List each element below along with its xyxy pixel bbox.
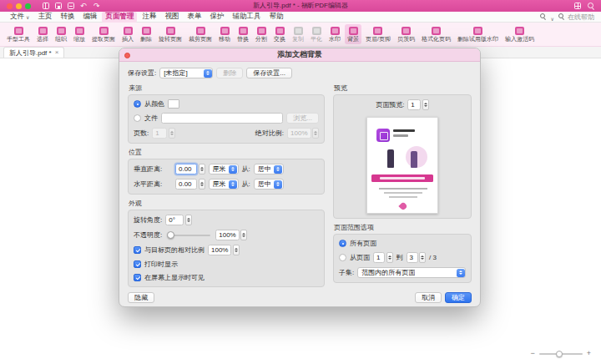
vertical-distance-value[interactable]: 0.00 [175, 164, 197, 174]
stepper-arrows-icon[interactable] [199, 179, 205, 190]
tool-label: 分割 [255, 36, 267, 42]
from-file-radio[interactable] [134, 114, 141, 122]
menu-item[interactable]: 辅助工具 [229, 12, 264, 23]
menu-item[interactable]: 保护 [206, 12, 227, 23]
preview-group: 页面预览: 1 [333, 94, 472, 219]
menu-item[interactable]: 编辑 [79, 12, 100, 23]
stepper-arrows-icon[interactable] [233, 245, 240, 255]
ribbon-tool[interactable]: 插入 [119, 24, 136, 44]
window-close-button[interactable] [7, 3, 13, 9]
tab-close-icon[interactable]: × [55, 49, 59, 56]
save-setting-button[interactable]: 保存设置... [246, 68, 292, 78]
undo-icon[interactable] [80, 3, 88, 9]
ribbon-tool[interactable]: 输入激活码 [503, 24, 537, 44]
stepper-arrows-icon[interactable] [422, 99, 429, 110]
ribbon-tool[interactable]: 删除 [138, 24, 154, 44]
menu-item[interactable]: 表单 [184, 12, 205, 23]
relative-scale-value[interactable]: 100% [208, 245, 231, 255]
ribbon-tool[interactable]: 删除试用版水印 [455, 24, 501, 44]
hide-button[interactable]: 隐藏 [128, 292, 154, 303]
horizontal-distance-stepper[interactable]: 0.00 [175, 179, 205, 190]
stepper-arrows-icon[interactable] [199, 164, 205, 174]
preview-page-stepper[interactable]: 1 [407, 99, 429, 110]
ribbon-tool[interactable]: 选择 [34, 24, 51, 44]
horizontal-from-select[interactable]: 居中 [254, 179, 284, 190]
ribbon-tool[interactable]: 复制 [290, 24, 306, 44]
redo-icon[interactable] [93, 3, 101, 9]
subset-select[interactable]: 范围内的所有页面 [357, 267, 466, 278]
range-to-stepper[interactable]: 3 [407, 252, 427, 263]
ribbon-tool[interactable]: 旋转页面 [156, 24, 184, 44]
cancel-button[interactable]: 取消 [415, 292, 442, 303]
opacity-stepper[interactable]: 100% [215, 230, 247, 240]
ribbon-tool[interactable]: 平化 [308, 24, 325, 44]
zoom-slider-knob[interactable] [556, 351, 563, 357]
stepper-arrows-icon[interactable] [240, 230, 247, 240]
layout-grid-icon[interactable] [574, 3, 581, 9]
opacity-slider-knob[interactable] [167, 231, 174, 239]
opacity-slider[interactable] [167, 235, 210, 236]
range-from-value[interactable]: 1 [373, 252, 385, 263]
relative-scale-checkbox[interactable] [134, 246, 141, 254]
ribbon-tool[interactable]: 组织 [53, 24, 69, 44]
horizontal-unit-select[interactable]: 厘米 [209, 179, 239, 190]
preview-page-value[interactable]: 1 [407, 99, 421, 110]
range-to-value[interactable]: 3 [407, 252, 418, 263]
ribbon-tool[interactable]: 分割 [253, 24, 270, 44]
window-minimize-button[interactable] [16, 3, 22, 9]
zoom-out-button[interactable]: − [530, 350, 534, 357]
stepper-arrows-icon[interactable] [419, 252, 426, 263]
from-color-radio[interactable] [134, 100, 141, 108]
document-tab[interactable]: 新人引导.pdf * × [3, 47, 64, 58]
menu-item[interactable]: 文件 [7, 12, 33, 23]
page-range-radio[interactable] [339, 254, 346, 261]
ribbon-tool[interactable]: 贝茨码 [395, 24, 417, 44]
file-path-input[interactable] [161, 113, 283, 124]
rotation-value[interactable]: 0° [165, 215, 184, 225]
ribbon-tool[interactable]: 交换 [271, 24, 288, 44]
vertical-from-select[interactable]: 居中 [254, 164, 284, 174]
stepper-arrows-icon[interactable] [386, 252, 393, 263]
zoom-slider[interactable] [539, 353, 583, 355]
background-color-swatch[interactable] [168, 99, 179, 109]
opacity-value[interactable]: 100% [215, 230, 239, 240]
ribbon-tool[interactable]: 替换 [235, 24, 251, 44]
save-icon[interactable] [55, 3, 62, 9]
ribbon-tool[interactable]: 缩放 [71, 24, 88, 44]
zoom-in-button[interactable]: + [587, 350, 591, 357]
vertical-distance-stepper[interactable]: 0.00 [175, 164, 205, 174]
ribbon-tool[interactable]: 裁剪页面 [186, 24, 215, 44]
stepper-arrows-icon[interactable] [185, 215, 192, 225]
ribbon-tool[interactable]: 手型工具 [4, 24, 33, 44]
ribbon-tool[interactable]: 背景 [345, 24, 361, 44]
vertical-unit-select[interactable]: 厘米 [209, 164, 239, 174]
ribbon-tool[interactable]: 移动 [216, 24, 233, 44]
help-search[interactable]: 在线帮助 [558, 13, 594, 22]
show-on-screen-checkbox[interactable] [134, 274, 141, 281]
save-settings-select[interactable]: [未指定] [159, 68, 213, 78]
range-from-stepper[interactable]: 1 [373, 252, 393, 263]
menu-item[interactable]: 转换 [57, 12, 78, 23]
horizontal-distance-value[interactable]: 0.00 [175, 179, 197, 190]
print-icon[interactable] [68, 3, 74, 9]
ribbon-tool[interactable]: 提取页面 [89, 24, 118, 44]
search-icon[interactable] [588, 3, 594, 9]
window-zoom-button[interactable] [25, 3, 31, 9]
sidebar-toggle-icon[interactable] [43, 3, 49, 9]
menu-item[interactable]: 页面管理 [102, 12, 137, 23]
show-when-print-checkbox[interactable] [134, 260, 141, 268]
rotation-stepper[interactable]: 0° [165, 215, 192, 225]
dialog-close-button[interactable] [124, 53, 130, 58]
menu-item[interactable]: 帮助 [265, 12, 286, 23]
menu-item[interactable]: 视图 [161, 12, 182, 23]
ribbon-tool[interactable]: 页眉/页脚 [363, 24, 393, 44]
all-pages-radio[interactable] [339, 240, 346, 247]
menu-item[interactable]: 主页 [34, 12, 55, 23]
menu-item-label: 辅助工具 [232, 12, 260, 22]
ribbon-tool[interactable]: 水印 [326, 24, 343, 44]
ribbon-tool[interactable]: 格式化页码 [419, 24, 453, 44]
menu-item[interactable]: 注释 [139, 12, 159, 23]
ok-button[interactable]: 确定 [445, 292, 472, 303]
relative-scale-stepper[interactable]: 100% [208, 245, 240, 255]
search-tools-icon[interactable] [540, 13, 547, 20]
